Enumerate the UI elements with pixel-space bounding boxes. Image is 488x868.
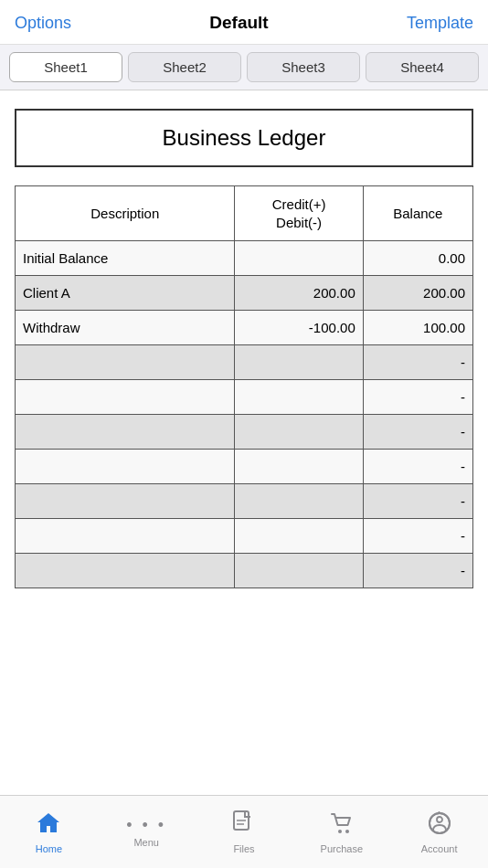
cell-credit-debit — [235, 241, 363, 276]
files-icon — [232, 810, 256, 840]
cell-credit-debit: -100.00 — [235, 311, 363, 345]
nav-item-account[interactable]: Account — [390, 796, 488, 868]
cell-credit-debit — [235, 519, 363, 554]
cell-credit-debit: 200.00 — [235, 276, 363, 311]
cell-balance: - — [363, 450, 472, 484]
table-row[interactable]: - — [16, 519, 473, 554]
col-header-description: Description — [16, 186, 235, 241]
nav-label-menu: Menu — [133, 837, 159, 848]
cell-balance: 100.00 — [363, 311, 472, 345]
cell-description: Initial Balance — [16, 241, 235, 276]
cell-balance: - — [363, 345, 472, 380]
cell-credit-debit — [235, 345, 363, 380]
nav-label-files: Files — [233, 843, 254, 854]
app-header: Options Default Template — [0, 0, 488, 45]
cell-credit-debit — [235, 484, 363, 519]
home-icon — [36, 810, 61, 840]
nav-item-home[interactable]: Home — [0, 796, 98, 868]
cell-description — [16, 380, 235, 415]
options-button[interactable]: Options — [15, 14, 71, 33]
svg-point-3 — [338, 830, 342, 833]
sheet-tab-1[interactable]: Sheet1 — [9, 52, 122, 82]
cell-balance: 0.00 — [363, 241, 472, 276]
nav-label-home: Home — [36, 843, 62, 854]
cell-description — [16, 415, 235, 450]
cell-balance: - — [363, 554, 472, 588]
cell-credit-debit — [235, 415, 363, 450]
nav-item-purchase[interactable]: Purchase — [292, 796, 390, 868]
col-header-credit-debit: Credit(+)Debit(-) — [235, 186, 363, 241]
cell-balance: 200.00 — [363, 276, 472, 311]
table-row[interactable]: - — [16, 380, 473, 415]
table-row[interactable]: Initial Balance0.00 — [16, 241, 473, 276]
cell-balance: - — [363, 519, 472, 554]
cell-credit-debit — [235, 450, 363, 484]
ledger-title: Business Ledger — [15, 109, 473, 167]
cell-description — [16, 519, 235, 554]
cell-description — [16, 554, 235, 588]
table-row[interactable]: Withdraw-100.00100.00 — [16, 311, 473, 345]
sheet-tab-3[interactable]: Sheet3 — [247, 52, 360, 82]
table-row[interactable]: - — [16, 484, 473, 519]
sheet-tabs-bar: Sheet1 Sheet2 Sheet3 Sheet4 — [0, 45, 488, 90]
nav-item-menu[interactable]: • • • Menu — [98, 796, 196, 868]
bottom-navigation: Home • • • Menu Files Purchase — [0, 795, 488, 868]
main-content: Business Ledger Description Credit(+)Deb… — [0, 90, 488, 588]
table-header-row: Description Credit(+)Debit(-) Balance — [16, 186, 473, 241]
svg-point-6 — [437, 817, 442, 822]
cell-balance: - — [363, 415, 472, 450]
nav-label-purchase: Purchase — [321, 843, 363, 854]
sheet-tab-4[interactable]: Sheet4 — [366, 52, 479, 82]
col-header-balance: Balance — [363, 186, 472, 241]
ledger-table: Description Credit(+)Debit(-) Balance In… — [15, 185, 473, 588]
page-title: Default — [209, 13, 268, 33]
cell-description — [16, 345, 235, 380]
template-button[interactable]: Template — [407, 14, 473, 33]
cell-description — [16, 450, 235, 484]
cell-balance: - — [363, 484, 472, 519]
table-row[interactable]: - — [16, 345, 473, 380]
cell-description: Withdraw — [16, 311, 235, 345]
table-row[interactable]: - — [16, 415, 473, 450]
nav-item-files[interactable]: Files — [196, 796, 293, 868]
svg-point-4 — [345, 830, 349, 833]
cell-credit-debit — [235, 380, 363, 415]
sheet-tab-2[interactable]: Sheet2 — [128, 52, 241, 82]
cell-balance: - — [363, 380, 472, 415]
purchase-icon — [329, 810, 355, 840]
cell-credit-debit — [235, 554, 363, 588]
table-row[interactable]: Client A200.00200.00 — [16, 276, 473, 311]
nav-label-account: Account — [421, 843, 458, 854]
table-row[interactable]: - — [16, 554, 473, 588]
cell-description: Client A — [16, 276, 235, 311]
cell-description — [16, 484, 235, 519]
table-row[interactable]: - — [16, 450, 473, 484]
menu-icon: • • • — [126, 817, 166, 833]
account-icon — [427, 810, 452, 840]
